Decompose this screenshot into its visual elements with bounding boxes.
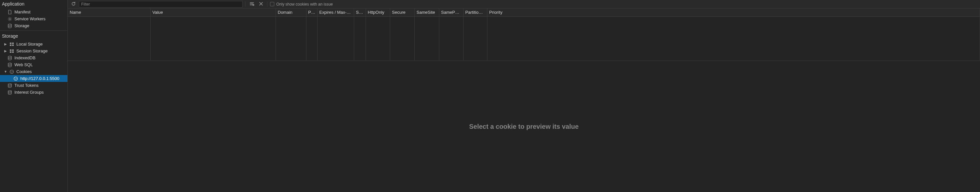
sidebar-item-label: Storage [14, 23, 29, 28]
divider [0, 30, 67, 31]
caret-right-icon: ▶ [4, 42, 7, 46]
col-domain[interactable]: Domain [275, 8, 306, 16]
col-path[interactable]: P… [306, 8, 317, 16]
svg-point-18 [16, 78, 17, 78]
svg-point-20 [8, 83, 11, 85]
svg-point-12 [10, 70, 14, 74]
sidebar-item-storage[interactable]: Storage [0, 22, 67, 29]
refresh-button[interactable] [70, 1, 77, 8]
gear-icon [7, 16, 13, 22]
cookie-icon [9, 69, 14, 74]
sidebar-item-indexeddb[interactable]: IndexedDB [0, 54, 67, 61]
svg-rect-9 [12, 51, 14, 53]
sidebar-item-cookies[interactable]: ▼ Cookies [0, 68, 67, 75]
sidebar-item-label: Session Storage [16, 48, 48, 53]
sidebar: Application Manifest Service Workers Sto… [0, 0, 68, 192]
cookie-icon [13, 76, 18, 81]
grid-icon [9, 42, 14, 47]
database-icon [7, 23, 13, 29]
svg-rect-6 [10, 50, 11, 51]
cookies-table: Name Value Domain P… Expires / Max-Age S… [68, 8, 980, 61]
col-sameparty[interactable]: SameParty [439, 8, 463, 16]
sidebar-item-cookie-origin[interactable]: http://127.0.0.1:5500 [0, 75, 67, 82]
svg-point-13 [11, 71, 11, 71]
sidebar-item-manifest[interactable]: Manifest [0, 8, 67, 15]
section-header-storage: Storage [0, 32, 67, 41]
svg-point-11 [8, 63, 11, 64]
svg-rect-2 [10, 43, 11, 44]
document-icon [7, 10, 13, 15]
svg-point-1 [8, 24, 11, 25]
clear-all-icon [250, 1, 255, 7]
svg-rect-4 [10, 45, 11, 46]
only-issues-checkbox[interactable]: Only show cookies with an issue [270, 2, 333, 6]
database-icon [7, 55, 13, 61]
delete-button[interactable] [257, 1, 264, 8]
svg-point-17 [15, 78, 15, 78]
sidebar-item-label: Service Workers [14, 16, 46, 21]
sidebar-item-label: Local Storage [16, 42, 43, 46]
refresh-icon [71, 1, 76, 7]
col-secure[interactable]: Secure [390, 8, 414, 16]
sidebar-item-label: http://127.0.0.1:5500 [20, 76, 59, 81]
sidebar-item-label: IndexedDB [14, 55, 35, 60]
col-httponly[interactable]: HttpOnly [366, 8, 390, 16]
svg-point-15 [11, 72, 12, 73]
sidebar-item-service-workers[interactable]: Service Workers [0, 15, 67, 22]
svg-rect-3 [12, 43, 14, 44]
close-icon [259, 2, 263, 7]
table-row-empty [68, 16, 980, 60]
col-value[interactable]: Value [150, 8, 275, 16]
grid-icon [9, 48, 14, 54]
sidebar-item-label: Interest Groups [14, 90, 44, 95]
caret-down-icon: ▼ [4, 70, 7, 74]
svg-rect-8 [10, 51, 11, 53]
sidebar-item-session-storage[interactable]: ▶ Session Storage [0, 48, 67, 54]
svg-point-10 [8, 56, 11, 58]
separator [245, 2, 245, 7]
sidebar-item-label: Cookies [16, 69, 32, 74]
cookie-preview-pane: Select a cookie to preview its value [68, 61, 980, 192]
sidebar-item-label: Trust Tokens [14, 83, 39, 88]
filter-input[interactable] [79, 1, 243, 8]
sidebar-item-websql[interactable]: Web SQL [0, 61, 67, 68]
col-partition[interactable]: Partition … [463, 8, 487, 16]
col-priority[interactable]: Priority [487, 8, 980, 16]
separator [267, 2, 267, 7]
database-icon [7, 83, 13, 88]
svg-point-19 [15, 79, 16, 80]
database-icon [7, 90, 13, 95]
section-header-application: Application [0, 0, 67, 8]
only-issues-label: Only show cookies with an issue [276, 2, 333, 6]
svg-point-0 [9, 18, 11, 20]
col-samesite[interactable]: SameSite [414, 8, 439, 16]
col-size[interactable]: Size [354, 8, 366, 16]
col-expires[interactable]: Expires / Max-Age [317, 8, 354, 16]
sidebar-item-trust-tokens[interactable]: Trust Tokens [0, 82, 67, 89]
main-panel: Only show cookies with an issue Name Val… [68, 0, 980, 192]
sidebar-item-label: Web SQL [14, 62, 33, 67]
svg-point-21 [8, 90, 11, 92]
sidebar-item-label: Manifest [14, 10, 30, 14]
cookies-toolbar: Only show cookies with an issue [68, 0, 980, 8]
svg-point-14 [12, 71, 13, 72]
svg-point-16 [14, 77, 18, 80]
table-header-row: Name Value Domain P… Expires / Max-Age S… [68, 8, 980, 16]
col-name[interactable]: Name [68, 8, 150, 16]
caret-right-icon: ▶ [4, 49, 7, 53]
sidebar-item-local-storage[interactable]: ▶ Local Storage [0, 41, 67, 48]
svg-rect-7 [12, 50, 14, 51]
database-icon [7, 62, 13, 67]
clear-all-button[interactable] [248, 1, 255, 8]
sidebar-item-interest-groups[interactable]: Interest Groups [0, 89, 67, 96]
checkbox-icon [270, 2, 274, 6]
svg-rect-5 [12, 45, 14, 46]
preview-empty-message: Select a cookie to preview its value [469, 123, 579, 130]
